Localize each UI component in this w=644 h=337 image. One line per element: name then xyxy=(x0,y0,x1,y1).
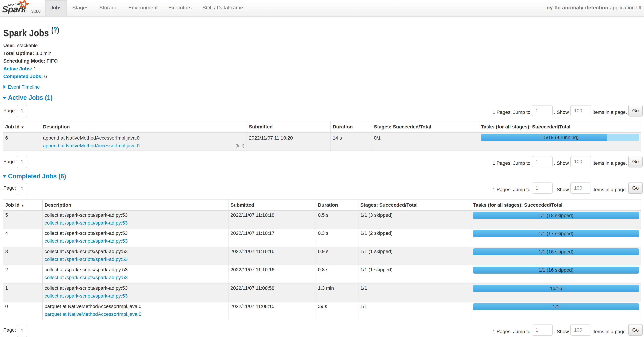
svg-text:™: ™ xyxy=(26,10,28,12)
